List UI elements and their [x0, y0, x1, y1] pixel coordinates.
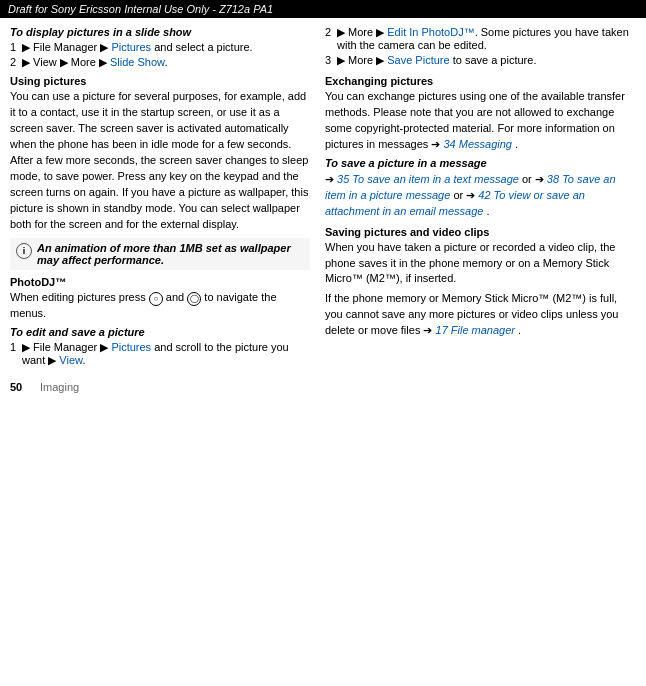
edit-picture-title: To edit and save a picture	[10, 326, 310, 338]
photodj-icon2: ◯	[187, 292, 201, 306]
ref-arrow-1: ➔	[325, 173, 337, 185]
note-text: An animation of more than 1MB set as wal…	[37, 242, 304, 266]
ref-arrow-3: ➔	[466, 189, 478, 201]
right-step-3-num: 3	[325, 54, 337, 67]
right-step-2: 2 ▶ More ▶ Edit In PhotoDJ™. Some pictur…	[325, 26, 630, 51]
photodj-body: When editing pictures press ○ and ◯ to n…	[10, 290, 310, 322]
using-pictures-title: Using pictures	[10, 75, 310, 87]
or-2: or	[453, 189, 466, 201]
photodj-title: PhotoDJ™	[10, 276, 310, 288]
header: Draft for Sony Ericsson Internal Use Onl…	[0, 0, 646, 18]
right-step-3-save: Save Picture	[387, 54, 449, 66]
right-step-3: 3 ▶ More ▶ Save Picture to save a pictur…	[325, 54, 630, 67]
edit-step-1-num: 1	[10, 341, 22, 367]
exchanging-title: Exchanging pictures	[325, 75, 630, 87]
step-1-content: ▶ File Manager ▶ Pictures and select a p…	[22, 41, 253, 54]
main-content: To display pictures in a slide show 1 ▶ …	[0, 18, 646, 377]
right-step-3-content: ▶ More ▶ Save Picture to save a picture.	[337, 54, 536, 67]
header-text: Draft for Sony Ericsson Internal Use Onl…	[0, 0, 646, 18]
edit-step-1-content: ▶ File Manager ▶ Pictures and scroll to …	[22, 341, 310, 367]
slideshow-section: To display pictures in a slide show 1 ▶ …	[10, 26, 310, 69]
using-pictures-body: You can use a picture for several purpos…	[10, 89, 310, 232]
or-1: or	[522, 173, 535, 185]
save-picture-message-title: To save a picture in a message	[325, 157, 630, 169]
continued-steps: 2 ▶ More ▶ Edit In PhotoDJ™. Some pictur…	[325, 26, 630, 67]
right-step-2-edit: Edit In PhotoDJ™	[387, 26, 474, 38]
slideshow-title: To display pictures in a slide show	[10, 26, 310, 38]
step-2-content: ▶ View ▶ More ▶ Slide Show.	[22, 56, 168, 69]
save-picture-message-body: ➔ 35 To save an item in a text message o…	[325, 172, 630, 220]
using-pictures-section: Using pictures You can use a picture for…	[10, 75, 310, 232]
saving-clips-arrow: ➔	[423, 324, 435, 336]
photodj-section: PhotoDJ™ When editing pictures press ○ a…	[10, 276, 310, 322]
saving-clips-ref: 17 File manager	[436, 324, 516, 336]
edit-picture-section: To edit and save a picture 1 ▶ File Mana…	[10, 326, 310, 367]
saving-clips-section: Saving pictures and video clips When you…	[325, 226, 630, 340]
step-2-slideshow: Slide Show	[110, 56, 164, 68]
exchanging-section: Exchanging pictures You can exchange pic…	[325, 75, 630, 153]
left-column: To display pictures in a slide show 1 ▶ …	[10, 26, 320, 369]
footer: 50 Imaging	[0, 377, 646, 397]
footer-page-num: 50	[10, 381, 40, 393]
edit-step-1: 1 ▶ File Manager ▶ Pictures and scroll t…	[10, 341, 310, 367]
exchanging-arrow: ➔	[431, 138, 443, 150]
footer-section-label: Imaging	[40, 381, 79, 393]
photodj-before: When editing pictures press	[10, 291, 149, 303]
saving-clips-body2: If the phone memory or Memory Stick Micr…	[325, 291, 630, 339]
save-picture-message-section: To save a picture in a message ➔ 35 To s…	[325, 157, 630, 220]
right-step-2-content: ▶ More ▶ Edit In PhotoDJ™. Some pictures…	[337, 26, 630, 51]
step-1: 1 ▶ File Manager ▶ Pictures and select a…	[10, 41, 310, 54]
right-step-2-num: 2	[325, 26, 337, 51]
note-icon: i	[16, 243, 32, 259]
edit-step-1-pictures: Pictures	[111, 341, 151, 353]
saving-clips-body1: When you have taken a picture or recorde…	[325, 240, 630, 288]
ref-arrow-2: ➔	[535, 173, 547, 185]
photodj-and: and	[166, 291, 187, 303]
step-1-pictures: Pictures	[111, 41, 151, 53]
exchanging-body: You can exchange pictures using one of t…	[325, 89, 630, 153]
saving-clips-title: Saving pictures and video clips	[325, 226, 630, 238]
step-2: 2 ▶ View ▶ More ▶ Slide Show.	[10, 56, 310, 69]
exchanging-ref: 34 Messaging	[443, 138, 512, 150]
step-2-num: 2	[10, 56, 22, 69]
right-column: 2 ▶ More ▶ Edit In PhotoDJ™. Some pictur…	[320, 26, 630, 369]
edit-step-1-view: View	[59, 354, 82, 366]
step-1-num: 1	[10, 41, 22, 54]
photodj-icon1: ○	[149, 292, 163, 306]
ref-35: 35 To save an item in a text message	[337, 173, 519, 185]
note-box: i An animation of more than 1MB set as w…	[10, 238, 310, 270]
